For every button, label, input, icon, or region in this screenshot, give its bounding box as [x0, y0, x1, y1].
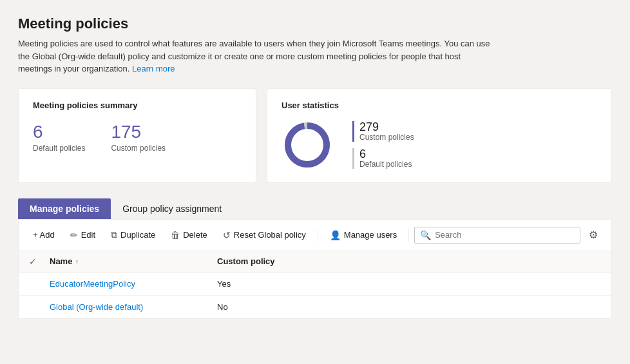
content-area: + Add ✏ Edit ⧉ Duplicate 🗑 Delete ↺ Rese…	[18, 219, 612, 319]
row-name-2[interactable]: Global (Org-wide default)	[50, 302, 217, 312]
cards-row: Meeting policies summary 6 Default polic…	[18, 88, 612, 183]
default-policies-label: Default policies	[33, 144, 85, 153]
toolbar: + Add ✏ Edit ⧉ Duplicate 🗑 Delete ↺ Rese…	[19, 220, 611, 251]
tab-manage-policies[interactable]: Manage policies	[18, 198, 111, 219]
col-custom-header: Custom policy	[217, 256, 601, 266]
edit-icon: ✏	[70, 230, 78, 240]
search-input[interactable]	[435, 230, 575, 240]
custom-stat-item: 279 Custom policies	[352, 121, 414, 142]
table-row: EducatorMeetingPolicy Yes	[19, 273, 611, 296]
tab-group-policy-assignment[interactable]: Group policy assignment	[111, 198, 233, 219]
custom-policies-label: Custom policies	[111, 144, 166, 153]
settings-button[interactable]: ⚙	[583, 225, 604, 245]
default-stat-item: 6 Default policies	[352, 148, 414, 169]
duplicate-icon: ⧉	[111, 229, 117, 240]
learn-more-link[interactable]: Learn more	[132, 64, 175, 73]
edit-button[interactable]: ✏ Edit	[64, 226, 102, 244]
default-stat-count: 6	[359, 148, 412, 160]
default-stat-label: Default policies	[359, 160, 412, 169]
table-header: ✓ Name ↑ Custom policy	[19, 251, 611, 273]
duplicate-button[interactable]: ⧉ Duplicate	[104, 225, 162, 244]
summary-card: Meeting policies summary 6 Default polic…	[18, 88, 256, 183]
default-bar	[352, 148, 354, 169]
check-icon: ✓	[29, 256, 37, 267]
stats-card: User statistics	[267, 88, 612, 183]
gear-icon: ⚙	[589, 229, 598, 241]
stats-card-title: User statistics	[282, 101, 597, 110]
search-box[interactable]: 🔍	[414, 227, 580, 244]
custom-stat-label: Custom policies	[359, 133, 414, 142]
delete-icon: 🗑	[171, 230, 180, 240]
row-custom-2: No	[217, 302, 601, 312]
default-stat-text: 6 Default policies	[359, 148, 412, 169]
stats-list: 279 Custom policies 6 Default policies	[352, 121, 414, 169]
col-name-header[interactable]: Name ↑	[50, 256, 217, 266]
manage-users-button[interactable]: 👤 Manage users	[323, 226, 403, 244]
row-name-1[interactable]: EducatorMeetingPolicy	[50, 279, 217, 289]
custom-stat-count: 279	[359, 121, 414, 133]
page-description: Meeting policies are used to control wha…	[18, 37, 495, 75]
toolbar-separator-2	[408, 229, 409, 242]
custom-policies-stat: 175 Custom policies	[111, 122, 166, 153]
svg-point-1	[288, 126, 327, 164]
header-check: ✓	[29, 256, 50, 267]
default-policies-count: 6	[33, 122, 85, 142]
toolbar-separator	[318, 229, 318, 242]
delete-button[interactable]: 🗑 Delete	[164, 226, 214, 244]
row-custom-1: Yes	[217, 279, 601, 289]
custom-stat-text: 279 Custom policies	[359, 121, 414, 142]
custom-policies-count: 175	[111, 122, 166, 142]
page-title: Meeting policies	[18, 15, 612, 32]
sort-icon: ↑	[75, 258, 79, 265]
donut-chart	[282, 119, 333, 171]
table-body: EducatorMeetingPolicy Yes Global (Org-wi…	[19, 273, 611, 318]
default-policies-stat: 6 Default policies	[33, 122, 85, 153]
search-icon: 🔍	[420, 230, 431, 240]
summary-card-title: Meeting policies summary	[33, 101, 242, 110]
add-button[interactable]: + Add	[26, 226, 61, 244]
reset-button[interactable]: ↺ Reset Global policy	[216, 226, 312, 244]
table-row: Global (Org-wide default) No	[19, 296, 611, 318]
summary-card-numbers: 6 Default policies 175 Custom policies	[33, 122, 242, 153]
reset-icon: ↺	[223, 230, 231, 240]
tabs-bar: Manage policies Group policy assignment	[18, 198, 612, 219]
manage-users-icon: 👤	[330, 230, 341, 240]
custom-bar	[352, 121, 354, 142]
stats-card-inner: 279 Custom policies 6 Default policies	[282, 119, 597, 171]
